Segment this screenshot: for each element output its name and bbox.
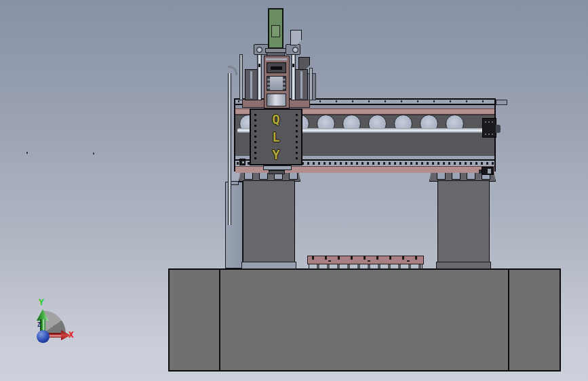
- t-slot-notches: [308, 256, 423, 260]
- triad-arc: [43, 310, 66, 334]
- base-seam: [219, 269, 220, 371]
- machine-base[interactable]: [168, 268, 561, 372]
- side-bracket: [298, 57, 310, 71]
- rib: [283, 77, 286, 90]
- base-seam: [508, 269, 509, 371]
- flag-bracket: [290, 30, 302, 45]
- conduit-bracket: [231, 181, 239, 185]
- axis-label-x: X: [68, 329, 74, 340]
- saddle-foot: [263, 165, 292, 170]
- plate-letter-l: L: [272, 128, 279, 146]
- cable-conduit[interactable]: [228, 73, 231, 225]
- rod-clamp: [292, 64, 294, 67]
- spindle-rib-section: [267, 76, 286, 91]
- switch-dot: [242, 161, 244, 163]
- rod-clamp: [258, 64, 260, 67]
- motor-mount: [267, 52, 285, 56]
- right-column-plinth: [436, 262, 491, 269]
- work-table[interactable]: [307, 256, 424, 264]
- bearing-bolts: [485, 134, 494, 135]
- table-pads: [309, 264, 423, 269]
- lug-hole: [256, 47, 262, 53]
- tower-panel: [267, 62, 286, 73]
- tower-edge: [266, 58, 287, 60]
- saddle-foot-lower: [269, 170, 285, 174]
- origin-sphere: [37, 330, 50, 343]
- ram-side-panel: [245, 69, 258, 100]
- panel-rib: [250, 71, 252, 98]
- lifting-lug: [286, 44, 300, 55]
- axis-label-y: Y: [39, 297, 44, 307]
- plate-letter-q: Q: [272, 111, 279, 128]
- t-slot-dots: [308, 260, 423, 262]
- axis-label-z: Z: [37, 322, 41, 328]
- orientation-triad[interactable]: Y Z X: [37, 294, 85, 348]
- plate-letter-y: Y: [272, 146, 279, 163]
- motor-shaft: [479, 169, 482, 174]
- panel-slot: [271, 66, 282, 70]
- left-column[interactable]: [243, 180, 295, 263]
- guide-post: [309, 68, 313, 100]
- rib: [267, 77, 270, 90]
- beam-end-tab: [496, 100, 507, 105]
- z-axis-motor[interactable]: [268, 8, 283, 49]
- gear-motor[interactable]: [482, 167, 494, 175]
- guide-rod: [257, 47, 262, 100]
- bearing-bolts: [485, 121, 494, 123]
- plate-marking: Q L Y: [251, 111, 301, 165]
- right-column[interactable]: [437, 180, 490, 263]
- limit-switch: [239, 159, 246, 165]
- panel-rib: [300, 71, 302, 98]
- left-column-plinth: [241, 262, 296, 269]
- motor-face: [488, 169, 491, 174]
- background-speck: [93, 153, 94, 155]
- spindle-cylinder: [267, 94, 286, 106]
- background-speck: [26, 152, 28, 154]
- motor-nameplate: [271, 25, 280, 37]
- lug-hole: [292, 47, 298, 53]
- saddle-plate[interactable]: Q L Y: [250, 108, 302, 165]
- spindle-tower[interactable]: [264, 56, 290, 108]
- bearing-block[interactable]: [482, 118, 496, 138]
- cad-viewport[interactable]: Q L Y Y Z X: [0, 0, 588, 381]
- ram-side-panel: [295, 69, 308, 100]
- bearing-end-nub: [496, 125, 501, 133]
- guide-post: [239, 54, 243, 100]
